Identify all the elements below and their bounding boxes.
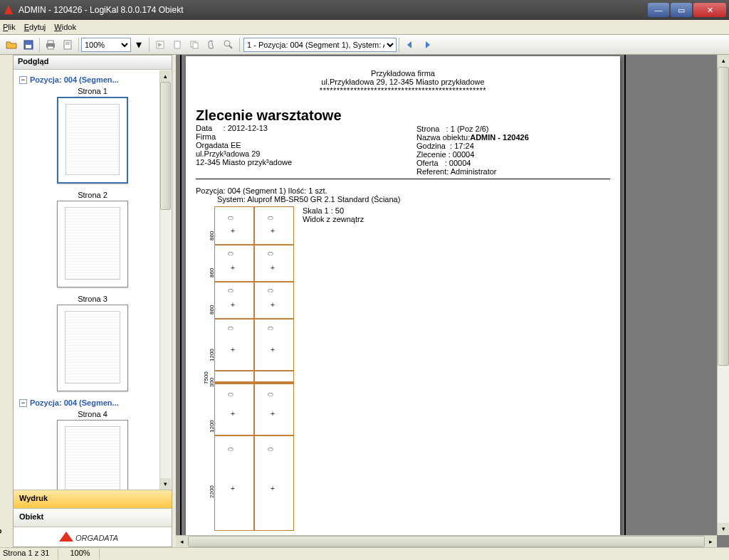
svg-point-14: [224, 41, 230, 46]
content-area: LogiKal® 8.0 Podgląd − Pozycja: 004 (Seg…: [0, 55, 729, 547]
status-page: Strona 1 z 31: [3, 549, 58, 559]
thumbnail-page-1[interactable]: Strona 1: [19, 87, 166, 184]
zoom-tool-icon[interactable]: [221, 37, 236, 53]
widok-label: Widok z zewnątrz: [303, 215, 364, 223]
facade-drawing: 860 860 860 1200 300 1200 2200 7500: [203, 206, 295, 534]
window-close-button[interactable]: ✕: [693, 3, 726, 17]
zoom-select[interactable]: 100%: [81, 38, 131, 52]
document-scroll-thumb-v[interactable]: [718, 67, 729, 366]
sidebar-header: Podgląd: [14, 56, 172, 70]
document-scrollbar-vertical[interactable]: ▴ ▾: [717, 55, 729, 535]
thumbnail-page-2[interactable]: Strona 2: [19, 191, 166, 287]
scroll-right-icon[interactable]: ▸: [705, 536, 717, 547]
svg-line-15: [229, 46, 232, 48]
open-icon[interactable]: [4, 37, 19, 53]
company-address: ul.Przykładowa 29, 12-345 Miasto przykła…: [196, 78, 610, 86]
prev-page-button[interactable]: [402, 37, 418, 53]
thumbnail-page-4[interactable]: Strona 4: [19, 410, 166, 490]
next-page-button[interactable]: [419, 37, 435, 53]
document-view: Przykładowa firma ul.Przykładowa 29, 12-…: [176, 55, 729, 547]
sidebar-group-header[interactable]: − Pozycja: 004 (Segmen...: [19, 75, 166, 84]
svg-rect-11: [174, 41, 180, 48]
scroll-up-icon[interactable]: ▴: [160, 70, 171, 82]
collapse-icon[interactable]: −: [19, 399, 27, 407]
sidebar: Podgląd − Pozycja: 004 (Segmen... Strona…: [13, 55, 172, 547]
app-icon: [3, 4, 14, 16]
sidebar-brand: ORGADATA: [14, 527, 172, 546]
svg-marker-18: [59, 532, 73, 541]
svg-rect-4: [48, 41, 53, 43]
svg-marker-0: [4, 5, 13, 14]
system-line: System: Aluprof MB-SR50 GR 2.1 Standard …: [196, 195, 610, 204]
document-scroll-thumb-h[interactable]: [188, 536, 705, 547]
window-titlebar: ADMIN - 120426 - LogiKal 8.0.0.174 Obiek…: [0, 0, 729, 20]
divider-stars: ****************************************…: [196, 86, 610, 95]
scroll-down-icon[interactable]: ▾: [160, 478, 171, 490]
menu-view[interactable]: Widok: [54, 23, 76, 31]
skala-label: Skala 1 : 50: [303, 206, 364, 215]
page-select[interactable]: 1 - Pozycja: 004 (Segment 1), System: Al…: [243, 38, 397, 52]
menu-file[interactable]: Plik: [3, 23, 16, 31]
svg-rect-6: [64, 41, 71, 49]
collapse-icon[interactable]: −: [19, 76, 27, 84]
svg-rect-5: [48, 46, 53, 49]
scroll-down-icon[interactable]: ▾: [718, 523, 729, 535]
sidebar-scrollbar[interactable]: ▴ ▾: [159, 70, 171, 490]
toolbar: 100% ▾ 1 - Pozycja: 004 (Segment 1), Sys…: [0, 35, 729, 55]
window-minimize-button[interactable]: —: [648, 3, 669, 17]
sidebar-panel-obiekt[interactable]: Obiekt: [14, 508, 172, 527]
print-preview-icon[interactable]: [60, 37, 75, 53]
sidebar-group-header-2[interactable]: − Pozycja: 004 (Segmen...: [19, 398, 166, 407]
page-icon[interactable]: [169, 37, 185, 53]
scroll-left-icon[interactable]: ◂: [176, 536, 188, 547]
window-maximize-button[interactable]: ▭: [671, 3, 692, 17]
position-line: Pozycja: 004 (Segment 1) Ilość: 1 szt.: [196, 186, 610, 195]
sidebar-panel-wydruk[interactable]: Wydruk: [14, 490, 172, 508]
menu-edit[interactable]: Edytuj: [24, 23, 46, 31]
svg-text:ORGADATA: ORGADATA: [75, 534, 118, 542]
copy-icon[interactable]: [187, 37, 202, 53]
thumbnail-list: − Pozycja: 004 (Segmen... Strona 1 Stron…: [14, 70, 172, 490]
doc-title: Zlecenie warsztatowe: [196, 107, 416, 124]
menu-bar: Plik Edytuj Widok: [0, 20, 729, 35]
thumbnail-page-3[interactable]: Strona 3: [19, 295, 166, 391]
page-first-icon[interactable]: [152, 37, 168, 53]
scroll-up-icon[interactable]: ▴: [718, 55, 729, 67]
svg-rect-13: [193, 43, 198, 48]
save-icon[interactable]: [21, 37, 36, 53]
page-content: Przykładowa firma ul.Przykładowa 29, 12-…: [186, 56, 620, 546]
print-icon[interactable]: [43, 37, 58, 53]
status-bar: Strona 1 z 31 100%: [0, 547, 729, 560]
status-zoom: 100%: [70, 549, 99, 559]
brand-vertical: LogiKal® 8.0: [0, 492, 1, 544]
window-title: ADMIN - 120426 - LogiKal 8.0.0.174 Obiek…: [19, 5, 183, 15]
svg-rect-2: [26, 45, 31, 48]
company-name: Przykładowa firma: [196, 69, 610, 78]
svg-marker-17: [426, 41, 430, 48]
svg-marker-16: [407, 41, 411, 48]
hand-tool-icon[interactable]: [204, 37, 219, 53]
zoom-dropdown-icon[interactable]: ▾: [132, 38, 146, 52]
sidebar-scroll-thumb[interactable]: [160, 82, 171, 210]
document-scrollbar-horizontal[interactable]: ◂ ▸: [176, 535, 717, 547]
